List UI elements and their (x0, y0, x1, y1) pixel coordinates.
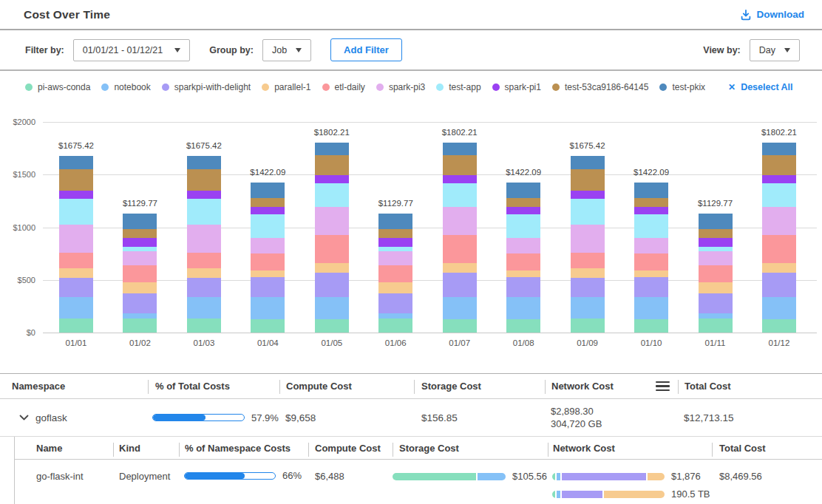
col-total-cost[interactable]: Total Cost (678, 374, 822, 398)
col-compute-cost[interactable]: Compute Cost (279, 374, 414, 398)
bar-segment-test-app[interactable] (123, 247, 157, 251)
bar-segment-etl-daily[interactable] (443, 235, 477, 263)
bar-segment-notebook[interactable] (699, 313, 733, 319)
bar-segment-test-app[interactable] (506, 214, 540, 238)
bar-segment-test-pkix[interactable] (443, 143, 477, 155)
bar-segment-parallel-1[interactable] (762, 263, 796, 273)
bar-segment-test-pkix[interactable] (571, 156, 605, 168)
bar-segment-parallel-1[interactable] (315, 263, 349, 273)
col-pct-total-costs[interactable]: % of Total Costs (148, 374, 279, 398)
bar-segment-test-app[interactable] (315, 183, 349, 207)
bar-segment-sparkpi-with-delight[interactable] (378, 293, 412, 313)
bar-segment-sparkpi-with-delight[interactable] (187, 278, 221, 297)
bar-segment-parallel-1[interactable] (187, 268, 221, 279)
bar-segment-test-pkix[interactable] (123, 214, 157, 229)
bar-segment-test-53ca9186-64145[interactable] (506, 198, 540, 207)
bar-segment-spark-pi1[interactable] (187, 191, 221, 198)
col-network-cost[interactable]: Network Cost (548, 437, 712, 459)
bar-segment-test-53ca9186-64145[interactable] (315, 155, 349, 175)
deselect-all-button[interactable]: ✕Deselect All (728, 82, 792, 92)
col-kind[interactable]: Kind (113, 437, 179, 459)
bar-segment-pi-aws-conda[interactable] (315, 319, 349, 333)
bar-segment-test-pkix[interactable] (699, 214, 733, 229)
col-compute-cost[interactable]: Compute Cost (308, 437, 393, 459)
bar-segment-notebook[interactable] (123, 313, 157, 319)
bar-segment-etl-daily[interactable] (123, 265, 157, 282)
col-network-cost[interactable]: Network Cost (545, 374, 678, 398)
bar-segment-notebook[interactable] (378, 313, 412, 319)
bar-segment-spark-pi1[interactable] (443, 175, 477, 184)
bar-segment-pi-aws-conda[interactable] (187, 319, 221, 333)
col-storage-cost[interactable]: Storage Cost (393, 437, 548, 459)
bar-segment-spark-pi3[interactable] (251, 238, 285, 253)
bar-segment-spark-pi3[interactable] (762, 207, 796, 235)
bar-segment-test-53ca9186-64145[interactable] (699, 229, 733, 239)
bar-segment-spark-pi3[interactable] (443, 207, 477, 235)
bar-segment-test-app[interactable] (187, 199, 221, 225)
bar-segment-pi-aws-conda[interactable] (123, 319, 157, 333)
bar-segment-spark-pi1[interactable] (59, 191, 93, 198)
bar-segment-etl-daily[interactable] (59, 253, 93, 268)
bar-segment-sparkpi-with-delight[interactable] (443, 273, 477, 297)
chevron-down-icon[interactable] (19, 415, 29, 420)
legend-item-sparkpi-with-delight[interactable]: sparkpi-with-delight (162, 82, 251, 92)
col-total-cost[interactable]: Total Cost (712, 437, 822, 459)
bar-segment-spark-pi1[interactable] (378, 238, 412, 247)
bar-segment-pi-aws-conda[interactable] (762, 319, 796, 333)
bar-segment-pi-aws-conda[interactable] (251, 319, 285, 333)
bar-segment-spark-pi1[interactable] (506, 207, 540, 214)
bar-segment-test-app[interactable] (571, 199, 605, 225)
bar-segment-spark-pi3[interactable] (571, 225, 605, 253)
legend-item-etl-daily[interactable]: etl-daily (322, 82, 365, 92)
bar-segment-test-53ca9186-64145[interactable] (59, 169, 93, 191)
legend-item-pi-aws-conda[interactable]: pi-aws-conda (25, 82, 90, 92)
bar-segment-notebook[interactable] (315, 297, 349, 319)
bar-segment-spark-pi3[interactable] (59, 225, 93, 253)
bar-segment-test-pkix[interactable] (251, 183, 285, 198)
legend-item-spark-pi3[interactable]: spark-pi3 (376, 82, 425, 92)
bar-segment-sparkpi-with-delight[interactable] (123, 293, 157, 313)
table-row-go-flask-int[interactable]: go-flask-int Deployment 66% $6,488 $105.… (15, 460, 822, 504)
bar-segment-test-app[interactable] (634, 214, 668, 238)
bar-segment-etl-daily[interactable] (378, 265, 412, 282)
bar-segment-parallel-1[interactable] (251, 270, 285, 277)
bar-segment-spark-pi1[interactable] (123, 238, 157, 247)
bar-segment-parallel-1[interactable] (443, 263, 477, 273)
bar-segment-parallel-1[interactable] (59, 268, 93, 279)
bar-segment-test-pkix[interactable] (378, 214, 412, 229)
bar-segment-etl-daily[interactable] (187, 253, 221, 268)
bar-segment-spark-pi1[interactable] (762, 175, 796, 184)
col-pct-namespace-costs[interactable]: % of Namespace Costs (179, 437, 308, 459)
date-range-dropdown[interactable]: 01/01/21 - 01/12/21 (73, 39, 190, 61)
legend-item-parallel-1[interactable]: parallel-1 (262, 82, 310, 92)
bar-segment-notebook[interactable] (506, 297, 540, 319)
bar-segment-spark-pi1[interactable] (251, 207, 285, 214)
bar-segment-test-app[interactable] (699, 247, 733, 251)
bar-segment-parallel-1[interactable] (123, 282, 157, 293)
bar-segment-test-53ca9186-64145[interactable] (123, 229, 157, 239)
bar-segment-test-53ca9186-64145[interactable] (762, 155, 796, 175)
namespace-cell[interactable]: goflask (0, 412, 148, 423)
bar-segment-notebook[interactable] (251, 297, 285, 319)
bar-segment-test-pkix[interactable] (634, 183, 668, 198)
bar-segment-spark-pi3[interactable] (315, 207, 349, 235)
bar-segment-sparkpi-with-delight[interactable] (59, 278, 93, 297)
bar-segment-pi-aws-conda[interactable] (699, 319, 733, 333)
bar-segment-sparkpi-with-delight[interactable] (506, 277, 540, 297)
col-storage-cost[interactable]: Storage Cost (414, 374, 545, 398)
bar-segment-spark-pi3[interactable] (123, 251, 157, 265)
legend-item-notebook[interactable]: notebook (101, 82, 150, 92)
bar-segment-test-53ca9186-64145[interactable] (634, 198, 668, 207)
bar-segment-test-pkix[interactable] (762, 143, 796, 155)
bar-segment-pi-aws-conda[interactable] (571, 319, 605, 333)
bar-segment-parallel-1[interactable] (571, 268, 605, 279)
bar-segment-sparkpi-with-delight[interactable] (315, 273, 349, 297)
table-row-goflask[interactable]: goflask 57.9% $9,658 $156.85 $2,898.30 3… (0, 399, 822, 437)
bar-segment-spark-pi3[interactable] (506, 238, 540, 253)
bar-segment-test-app[interactable] (59, 199, 93, 225)
legend-item-test-pkix[interactable]: test-pkix (659, 82, 705, 92)
bar-segment-test-pkix[interactable] (187, 156, 221, 168)
col-name[interactable]: Name (15, 437, 113, 459)
bar-segment-pi-aws-conda[interactable] (59, 319, 93, 333)
download-button[interactable]: Download (740, 9, 805, 21)
